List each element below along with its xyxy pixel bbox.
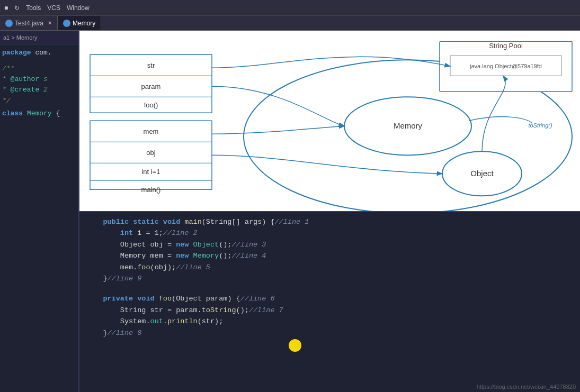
code-line-foo-sig: private void foo(Object param) {//line 6	[86, 293, 574, 305]
tab-icon-test4	[5, 20, 13, 27]
svg-text:String Pool: String Pool	[489, 42, 523, 50]
code-line-println: System.out.println(str);	[86, 316, 574, 327]
svg-text:param: param	[141, 83, 161, 90]
toolbar-refresh-btn[interactable]: ↻	[14, 4, 20, 12]
diagram-panel: str param foo() mem obj int i=1 main() M…	[79, 31, 580, 211]
code-line-package: package com.	[2, 48, 76, 58]
tab-icon-memory	[63, 20, 70, 27]
toolbar-vcs-menu[interactable]: VCS	[47, 4, 60, 12]
svg-text:foo(): foo()	[144, 101, 158, 109]
code-line-3: Object obj = new Object();//line 3	[86, 239, 574, 251]
code-body[interactable]: package com. /** * @author s * @create 2…	[0, 44, 78, 122]
code-line-create: * @create 2	[2, 85, 76, 95]
tab-memory[interactable]: Memory	[58, 16, 101, 30]
svg-text:Object: Object	[470, 169, 494, 178]
tab-label-test4: Test4.java	[15, 20, 43, 27]
toolbar-stop-btn[interactable]: ■	[4, 4, 8, 12]
toolbar: ■ ↻ Tools VCS Window	[0, 0, 580, 16]
svg-text:main(): main()	[141, 186, 161, 194]
bottom-code-body: public static void main(String[] args) {…	[79, 212, 580, 343]
tab-test4java[interactable]: Test4.java ✕	[0, 16, 58, 30]
bottom-code-panel[interactable]: public static void main(String[] args) {…	[79, 211, 580, 393]
code-line-close-foo: }//line 8	[86, 327, 574, 339]
code-line-comment-start: /**	[2, 63, 76, 74]
svg-text:str: str	[147, 61, 155, 69]
code-line-comment-end: */	[2, 96, 76, 106]
svg-text:Memory: Memory	[394, 121, 423, 130]
tab-label-memory: Memory	[73, 20, 95, 27]
svg-text:obj: obj	[146, 149, 155, 157]
tabbar: Test4.java ✕ Memory	[0, 16, 580, 31]
code-line-author: * @author s	[2, 74, 76, 85]
code-line-5: mem.foo(obj);//line 5	[86, 262, 574, 274]
code-line-main-sig: public static void main(String[] args) {…	[86, 216, 574, 228]
code-line-2: int i = 1;//line 2	[86, 227, 574, 239]
code-line-7: String str = param.toString();//line 7	[86, 305, 574, 316]
cursor-dot	[289, 339, 301, 352]
main-content: a1 > Memory package com. /** * @author s…	[0, 31, 580, 392]
toolbar-window-menu[interactable]: Window	[67, 4, 90, 12]
toolbar-tools-menu[interactable]: Tools	[26, 4, 41, 12]
code-breadcrumb: a1 > Memory	[0, 31, 78, 44]
diagram-svg: str param foo() mem obj int i=1 main() M…	[79, 31, 580, 211]
svg-text:int i=1: int i=1	[141, 168, 160, 176]
svg-text:mem: mem	[144, 127, 159, 135]
tab-close-test4[interactable]: ✕	[48, 20, 52, 26]
code-line-class: class Memory {	[2, 108, 76, 119]
right-panel: str param foo() mem obj int i=1 main() M…	[79, 31, 580, 392]
code-line-close-main: }//line 9	[86, 273, 574, 285]
code-panel: a1 > Memory package com. /** * @author s…	[0, 31, 79, 392]
code-line-4: Memory mem = new Memory();//line 4	[86, 250, 574, 262]
code-header-text: a1 > Memory	[3, 34, 38, 41]
svg-text:java.lang.Object@579a19fd: java.lang.Object@579a19fd	[469, 63, 542, 69]
footer-url: https://blog.csdn.net/weixin_44078820	[477, 384, 576, 390]
